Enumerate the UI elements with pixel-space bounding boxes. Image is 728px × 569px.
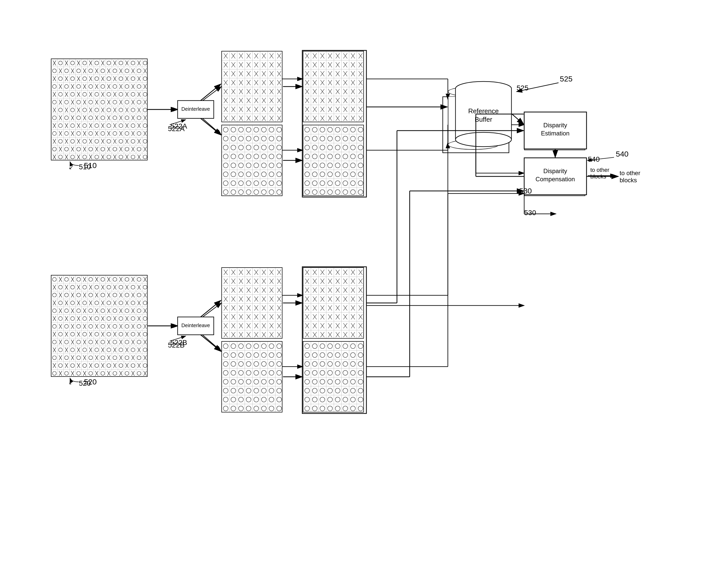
grid-520 bbox=[51, 275, 148, 377]
label-510: ↙ bbox=[69, 163, 73, 171]
deinterleave-a-label: Deinterleave bbox=[183, 107, 209, 112]
diagram: ↙ 510 Deinterleave 522A ReferenceBuffer … bbox=[0, 0, 728, 569]
num-540: 540 bbox=[588, 155, 600, 163]
disparity-compensation-box: DisparityCompensation bbox=[524, 158, 585, 196]
svg-line-4 bbox=[201, 117, 221, 135]
svg-line-18 bbox=[201, 334, 221, 351]
grid-x-top-small bbox=[303, 51, 364, 122]
deinterleave-b-label: Deinterleave bbox=[183, 323, 209, 329]
reference-buffer-label: ReferenceBuffer bbox=[460, 114, 486, 127]
grid-510 bbox=[51, 59, 148, 160]
num-525: 525 bbox=[517, 84, 529, 92]
to-other-blocks-label: to otherblocks bbox=[590, 167, 609, 180]
disparity-estimation-label: DisparityEstimation bbox=[542, 124, 568, 138]
svg-line-3 bbox=[201, 87, 221, 102]
svg-line-17 bbox=[201, 303, 221, 318]
grid-o-bot-large bbox=[221, 341, 282, 413]
deinterleave-b-box: Deinterleave bbox=[178, 317, 214, 335]
label-520-arrow: ↙ bbox=[69, 379, 73, 386]
num-530: 530 bbox=[524, 209, 536, 217]
grid-x-bot-small bbox=[303, 267, 364, 339]
grid-x-top-large bbox=[221, 51, 282, 122]
grid-o-top-large bbox=[221, 125, 282, 196]
reference-buffer: ReferenceBuffer bbox=[448, 87, 499, 153]
grid-x-bot-large bbox=[221, 267, 282, 339]
disparity-compensation-label: DisparityCompensation bbox=[537, 170, 573, 183]
grid-o-bot-small bbox=[303, 341, 364, 413]
deinterleave-a-box: Deinterleave bbox=[178, 101, 214, 118]
num-520: 520 bbox=[79, 379, 91, 388]
label-522A: 522A bbox=[168, 125, 184, 133]
num-510: 510 bbox=[79, 163, 91, 171]
disparity-estimation-box: DisparityEstimation bbox=[524, 112, 585, 150]
grid-o-top-small bbox=[303, 125, 364, 196]
label-522B: 522B bbox=[168, 341, 184, 349]
